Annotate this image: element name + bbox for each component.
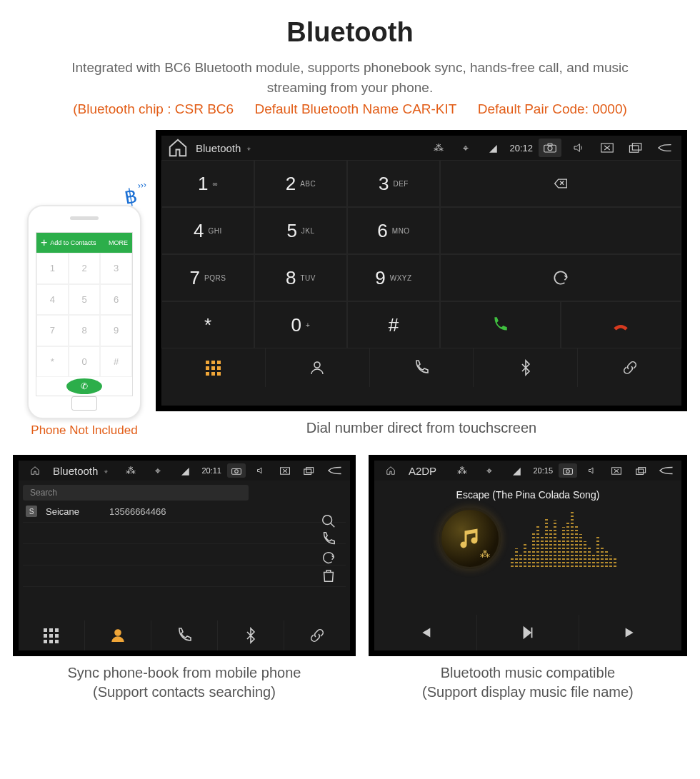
statusbar: Bluetooth ⍖ ⁂ ⌖ ◢ 20:11 xyxy=(19,461,350,481)
volume-icon[interactable] xyxy=(567,139,590,157)
statusbar-title: Bluetooth xyxy=(53,465,98,477)
bluetooth-icon: ฿››› xyxy=(115,183,148,216)
phone-key: 5 xyxy=(69,284,101,316)
tab-bluetooth[interactable] xyxy=(474,348,578,387)
location-icon: ⌖ xyxy=(479,462,500,479)
prev-track-button[interactable] xyxy=(374,615,477,650)
tab-dialpad[interactable] xyxy=(19,620,85,650)
phone-not-included: Phone Not Included xyxy=(20,423,149,438)
svg-rect-2 xyxy=(548,144,552,146)
dial-key-9[interactable]: 9WXYZ xyxy=(347,254,440,301)
next-track-button[interactable] xyxy=(579,615,681,650)
phone-key: 3 xyxy=(100,253,132,284)
delete-icon[interactable] xyxy=(321,568,336,583)
phone-key: 2 xyxy=(69,253,101,284)
backspace-button[interactable] xyxy=(440,160,681,207)
dial-key-1[interactable]: 1∞ xyxy=(161,160,254,207)
contacts-caption-1: Sync phone-book from mobile phone xyxy=(13,663,356,683)
dial-key-#[interactable]: # xyxy=(347,301,440,348)
close-screen-icon[interactable] xyxy=(607,463,626,478)
svg-point-12 xyxy=(323,516,332,525)
svg-rect-18 xyxy=(638,467,645,472)
side-empty xyxy=(440,207,681,254)
search-input[interactable]: Search xyxy=(23,485,249,501)
phone-key: 9 xyxy=(100,315,132,346)
hangup-button[interactable] xyxy=(561,301,681,348)
tab-recent-calls[interactable] xyxy=(151,620,218,650)
svg-point-6 xyxy=(314,362,320,368)
bottom-bar xyxy=(161,348,681,387)
dial-key-7[interactable]: 7PQRS xyxy=(161,254,254,301)
page-note: (Bluetooth chip : CSR BC6 Default Blueto… xyxy=(0,101,700,117)
back-icon[interactable] xyxy=(653,139,676,157)
wifi-icon: ◢ xyxy=(482,139,504,156)
music-controls xyxy=(374,615,681,650)
tab-recent-calls[interactable] xyxy=(370,348,474,387)
close-screen-icon[interactable] xyxy=(276,463,294,478)
dial-key-3[interactable]: 3DEF xyxy=(347,160,440,207)
recent-apps-icon[interactable] xyxy=(631,463,650,478)
call-icon[interactable] xyxy=(321,531,336,547)
dial-key-*[interactable]: * xyxy=(161,301,254,348)
tab-bluetooth[interactable] xyxy=(218,620,284,650)
close-screen-icon[interactable] xyxy=(596,139,619,157)
dial-key-4[interactable]: 4GHI xyxy=(161,207,254,254)
music-caption-2: (Support display music file name) xyxy=(369,683,687,702)
tab-dialpad[interactable] xyxy=(161,348,266,387)
contact-row-empty xyxy=(23,523,346,544)
dial-key-6[interactable]: 6MNO xyxy=(347,207,440,254)
home-icon[interactable] xyxy=(24,462,46,479)
call-button[interactable] xyxy=(440,301,561,348)
add-contacts-label: Add to Contacts xyxy=(50,239,96,246)
screenshot-icon[interactable] xyxy=(559,463,577,478)
contacts-caption-2: (Support contacts searching) xyxy=(13,683,356,702)
bottom-bar xyxy=(19,620,350,650)
dial-key-2[interactable]: 2ABC xyxy=(254,160,347,207)
usb-icon: ⍖ xyxy=(104,466,109,475)
volume-icon[interactable] xyxy=(583,463,601,478)
play-pause-button[interactable] xyxy=(477,615,580,650)
dial-key-0[interactable]: 0+ xyxy=(254,301,347,348)
statusbar-time: 20:11 xyxy=(201,466,221,475)
redial-button[interactable] xyxy=(440,254,681,301)
volume-icon[interactable] xyxy=(251,463,270,478)
dial-key-8[interactable]: 8TUV xyxy=(254,254,347,301)
statusbar: Bluetooth ⍖ ⁂ ⌖ ◢ 20:12 xyxy=(161,136,681,160)
note-btname: Default Bluetooth Name CAR-KIT xyxy=(254,101,456,116)
contact-name: Seicane xyxy=(46,506,79,517)
dial-key-5[interactable]: 5JKL xyxy=(254,207,347,254)
wifi-icon: ◢ xyxy=(506,462,527,479)
recent-apps-icon[interactable] xyxy=(300,463,319,478)
music-caption-1: Bluetooth music compatible xyxy=(369,663,687,683)
tab-contacts[interactable] xyxy=(266,348,370,387)
equalizer xyxy=(511,510,616,567)
back-icon[interactable] xyxy=(656,463,676,478)
tab-pair[interactable] xyxy=(578,348,681,387)
svg-rect-11 xyxy=(306,467,314,472)
phone-key: 1 xyxy=(36,253,69,284)
search-icon[interactable] xyxy=(321,513,336,529)
tab-contacts[interactable] xyxy=(85,620,151,650)
home-icon[interactable] xyxy=(380,462,401,479)
phone-call-button: ✆ xyxy=(66,378,102,394)
phone-key: 0 xyxy=(69,346,101,378)
sync-icon[interactable] xyxy=(321,550,336,566)
screenshot-icon[interactable] xyxy=(227,463,246,478)
note-paircode: Default Pair Code: 0000) xyxy=(478,101,627,116)
more-label: MORE xyxy=(109,239,128,246)
dialer-screen: Bluetooth ⍖ ⁂ ⌖ ◢ 20:12 1∞2ABC3DEF4GHI5J… xyxy=(156,130,687,411)
contact-badge: S xyxy=(26,506,37,517)
back-icon[interactable] xyxy=(324,463,344,478)
contact-row[interactable]: S Seicane 13566664466 xyxy=(23,501,346,523)
contact-row-empty xyxy=(23,544,346,566)
tab-pair[interactable] xyxy=(284,620,350,650)
phone-illustration: ฿››› + Add to Contacts MORE 123456789*0#… xyxy=(27,205,141,419)
statusbar-time: 20:15 xyxy=(533,466,553,475)
screenshot-icon[interactable] xyxy=(539,139,561,157)
home-icon[interactable] xyxy=(167,139,189,156)
bluetooth-status-icon: ⁂ xyxy=(428,139,449,156)
recent-apps-icon[interactable] xyxy=(624,139,647,157)
page-title: Bluetooth xyxy=(0,0,700,48)
usb-icon: ⍖ xyxy=(246,144,251,152)
svg-rect-5 xyxy=(632,144,641,150)
